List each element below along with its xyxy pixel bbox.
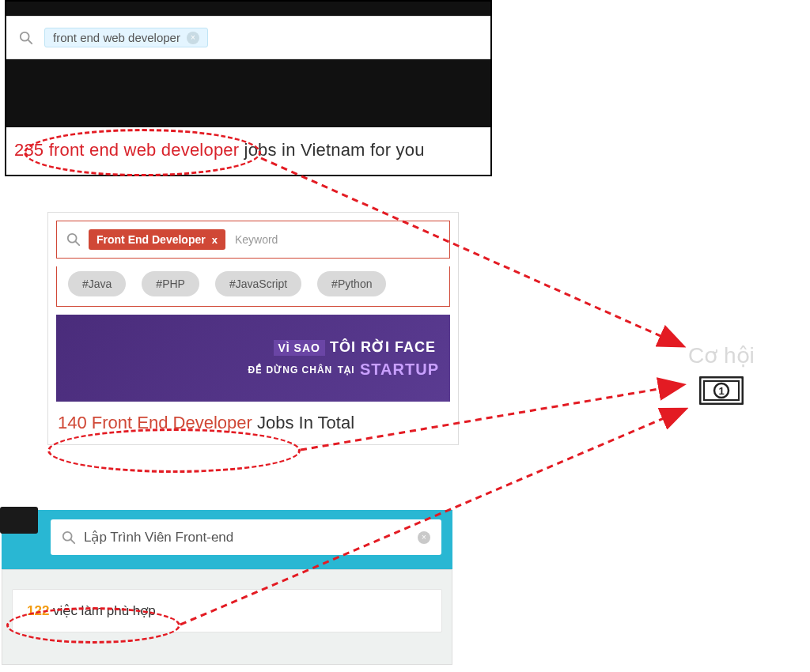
- panel1-result-text: 235 front end web developer jobs in Viet…: [6, 127, 490, 175]
- result-keyword: Front End Developer: [92, 413, 252, 432]
- banner-startup: STARTUP: [360, 361, 439, 378]
- job-search-panel-2: Front End Developer x Keyword #Java #PHP…: [47, 212, 459, 445]
- panel3-body: 122 việc làm phù hợp: [2, 569, 452, 665]
- skill-tag[interactable]: #Java: [68, 271, 126, 296]
- job-search-panel-3: Lập Trình Viên Front-end × 122 việc làm …: [2, 510, 452, 665]
- promo-banner[interactable]: VÌ SAO TÔI RỜI FACE ĐỀ DỪNG CHÂN TẠI STA…: [56, 315, 450, 402]
- panel3-search-bar[interactable]: Lập Trình Viên Front-end ×: [51, 519, 441, 555]
- search-icon: [19, 31, 33, 45]
- search-pill[interactable]: Front End Developer x: [89, 229, 225, 250]
- clear-icon[interactable]: ×: [418, 531, 430, 544]
- search-chip-text: front end web developer: [53, 31, 180, 44]
- svg-line-5: [71, 539, 75, 543]
- search-text: Lập Trình Viên Front-end: [84, 529, 418, 546]
- panel3-topbar: Lập Trình Viên Front-end ×: [2, 510, 452, 569]
- close-icon[interactable]: x: [212, 234, 218, 246]
- search-chip[interactable]: front end web developer ×: [44, 28, 208, 47]
- result-suffix: jobs in Vietnam for you: [244, 140, 425, 160]
- banner-small-1: ĐỀ DỪNG CHÂN: [248, 364, 333, 376]
- svg-line-3: [76, 242, 80, 246]
- svg-point-4: [63, 531, 72, 540]
- result-suffix: việc làm phù hợp: [53, 603, 156, 618]
- search-icon: [62, 530, 76, 545]
- money-icon: 1: [699, 376, 744, 405]
- panel1-dark-band: [6, 59, 490, 127]
- svg-line-1: [28, 40, 32, 43]
- banner-badge: VÌ SAO: [274, 340, 325, 356]
- svg-text:1: 1: [718, 385, 724, 397]
- result-count: 140: [58, 413, 87, 432]
- result-suffix: Jobs In Total: [257, 413, 354, 432]
- clear-icon[interactable]: ×: [187, 32, 199, 44]
- skill-tag[interactable]: #PHP: [142, 271, 199, 296]
- skill-tag-row: #Java #PHP #JavaScript #Python: [56, 266, 450, 307]
- banner-line-2: ĐỀ DỪNG CHÂN TẠI STARTUP: [248, 361, 439, 379]
- skill-tag[interactable]: #JavaScript: [215, 271, 301, 296]
- result-count: 122: [27, 603, 49, 618]
- keyword-placeholder: Keyword: [235, 233, 278, 246]
- panel2-search-bar[interactable]: Front End Developer x Keyword: [56, 221, 450, 259]
- search-pill-text: Front End Developer: [97, 233, 206, 246]
- result-count: 235: [14, 140, 44, 160]
- opportunity-target: Cơ hội 1: [688, 342, 755, 408]
- banner-line-1: VÌ SAO TÔI RỜI FACE: [274, 338, 437, 356]
- job-search-panel-1: front end web developer × 235 front end …: [5, 0, 492, 176]
- banner-small-2: TẠI: [338, 364, 355, 376]
- panel3-result-text: 122 việc làm phù hợp: [12, 589, 442, 632]
- search-icon: [66, 232, 81, 247]
- svg-point-2: [68, 234, 77, 243]
- panel1-header-bar: [6, 2, 490, 16]
- panel1-search-bar[interactable]: front end web developer ×: [6, 16, 490, 59]
- banner-text-1: TÔI RỜI FACE: [330, 339, 436, 355]
- panel2-result-text: 140 Front End Developer Jobs In Total: [48, 406, 458, 444]
- result-keyword: front end web developer: [49, 140, 240, 160]
- svg-point-0: [21, 32, 29, 40]
- skill-tag[interactable]: #Python: [317, 271, 386, 296]
- opportunity-label: Cơ hội: [688, 342, 755, 368]
